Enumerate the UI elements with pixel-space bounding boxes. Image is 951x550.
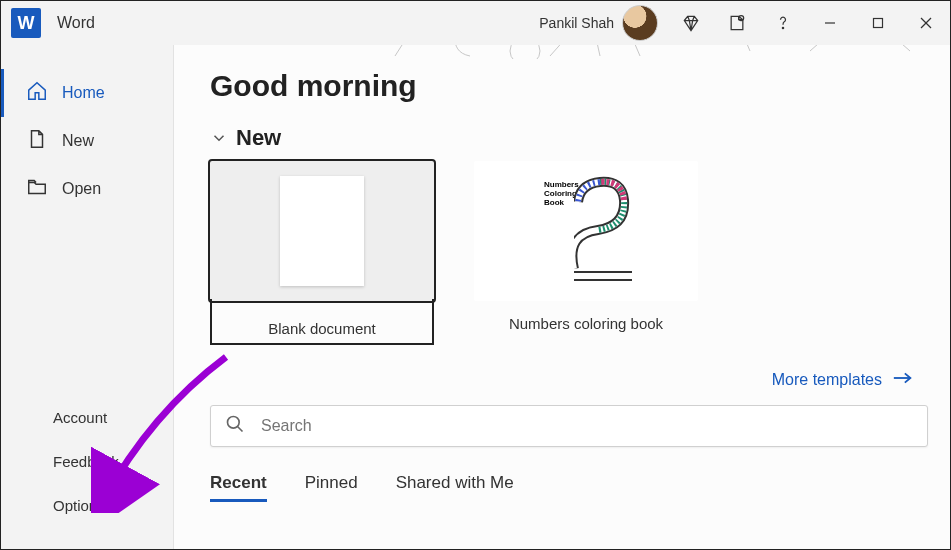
titlebar-right: Pankil Shah (539, 1, 950, 45)
template-thumb (210, 161, 434, 301)
tab-recent[interactable]: Recent (210, 473, 267, 502)
template-gallery: Blank document Numbers Coloring Book (210, 161, 914, 345)
diamond-icon[interactable] (668, 1, 714, 45)
main-area: Good morning New Blank document Numbers … (173, 45, 950, 549)
arrow-right-icon (892, 371, 914, 389)
title-bar: W Word Pankil Shah (1, 1, 950, 45)
sidebar-item-label: New (62, 132, 94, 150)
sidebar-item-feedback[interactable]: Feedback (1, 439, 173, 483)
app-name: Word (57, 14, 95, 32)
sidebar-item-home[interactable]: Home (1, 69, 173, 117)
document-icon (26, 128, 48, 154)
sidebar-item-open[interactable]: Open (1, 165, 173, 213)
word-app-icon: W (11, 8, 41, 38)
template-label: Numbers coloring book (509, 315, 663, 332)
chevron-down-icon (210, 129, 228, 147)
sidebar-item-label: Home (62, 84, 105, 102)
tab-shared[interactable]: Shared with Me (396, 473, 514, 502)
template-numbers-coloring-book[interactable]: Numbers Coloring Book (474, 161, 698, 345)
svg-line-10 (238, 427, 243, 432)
sidebar-secondary: Account Feedback Options (1, 395, 173, 549)
sidebar-item-options[interactable]: Options (1, 483, 173, 527)
blank-page-icon (280, 176, 364, 286)
section-new-header[interactable]: New (210, 125, 914, 151)
template-blank-document[interactable]: Blank document (210, 161, 434, 345)
sidebar-nav: Home New Open (1, 69, 173, 213)
svg-point-9 (228, 417, 240, 429)
template-label: Blank document (268, 320, 376, 337)
sidebar-item-account[interactable]: Account (1, 395, 173, 439)
avatar (622, 5, 658, 41)
coloring-book-icon: Numbers Coloring Book (540, 176, 632, 286)
folder-icon (26, 176, 48, 202)
svg-rect-3 (874, 19, 883, 28)
search-icon (225, 414, 261, 438)
word-start-screen: W Word Pankil Shah (0, 0, 951, 550)
sidebar-item-new[interactable]: New (1, 117, 173, 165)
minimize-button[interactable] (806, 1, 854, 45)
close-button[interactable] (902, 1, 950, 45)
more-templates-link[interactable]: More templates (772, 371, 914, 389)
greeting: Good morning (210, 69, 914, 103)
body: Home New Open Account Feedback Options G… (1, 45, 950, 549)
sidebar-item-label: Open (62, 180, 101, 198)
search-box[interactable] (210, 405, 928, 447)
coming-soon-icon[interactable] (714, 1, 760, 45)
maximize-button[interactable] (854, 1, 902, 45)
svg-point-1 (782, 27, 783, 28)
more-templates-row: More templates (210, 355, 914, 399)
help-icon[interactable] (760, 1, 806, 45)
user-name: Pankil Shah (539, 15, 614, 31)
section-title-new: New (236, 125, 281, 151)
template-thumb: Numbers Coloring Book (474, 161, 698, 301)
search-input[interactable] (261, 417, 913, 435)
home-icon (26, 80, 48, 106)
user-account[interactable]: Pankil Shah (539, 5, 658, 41)
recent-tabs: Recent Pinned Shared with Me (210, 473, 914, 502)
sidebar: Home New Open Account Feedback Options (1, 45, 173, 549)
tab-pinned[interactable]: Pinned (305, 473, 358, 502)
